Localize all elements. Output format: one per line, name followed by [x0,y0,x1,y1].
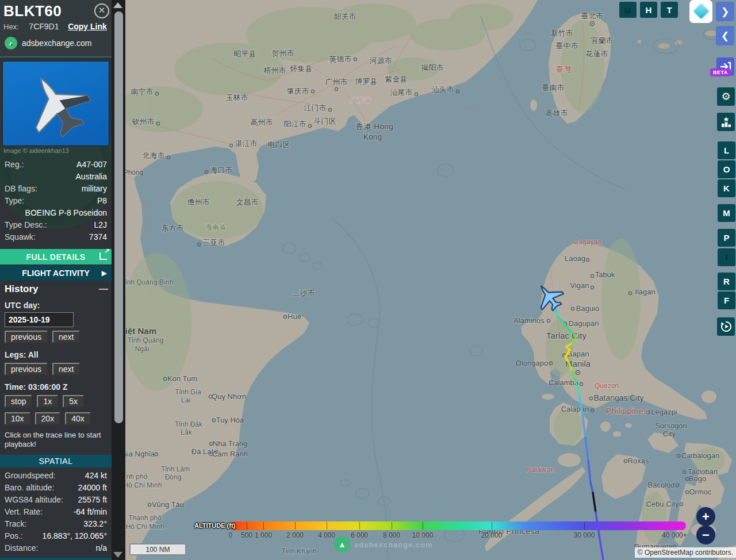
scrollbar-thumb[interactable] [114,11,123,423]
zoom-out-button[interactable]: − [696,526,715,544]
legend-tick-label: 2 000 [286,531,304,539]
legend-tick-label: 8 000 [383,531,400,539]
zoom-in-button[interactable]: + [696,507,715,526]
legend-tick-label: 10 000 [412,531,434,539]
spatial-row-label: Groundspeed: [5,470,56,482]
utc-day-input[interactable] [5,312,74,327]
shortcut-l-button[interactable]: L [718,141,735,159]
speed-10x-button[interactable]: 10x [5,412,30,425]
shortcut-k-button[interactable]: K [718,179,735,197]
map-label: 新竹市 [551,29,573,37]
map-label: Tuy Hòa [216,416,244,424]
osm-attribution[interactable]: © OpenStreetMap contributors. [635,547,736,558]
map-label: 臺北市 [581,11,604,20]
day-previous-button[interactable]: previous [5,331,48,343]
aircraft-photo-plane [2,63,109,146]
map-label: Calapan [561,405,589,413]
hex-value: 7CF9D1 [29,22,59,31]
map-label: Batangas City [593,393,643,402]
flight-activity-button[interactable]: FLIGHT ACTIVITY ▶ [0,266,112,281]
map-label: Sorsogon [655,421,687,430]
shortcut-f-button[interactable]: F [718,291,735,309]
panel-scrollbar[interactable] [112,0,125,560]
altitude-legend-bar[interactable] [230,521,686,530]
map-label: Bacolod [648,481,675,489]
shortcut-r-button[interactable]: R [718,273,735,290]
layers-button[interactable] [689,0,712,23]
speed-stop-button[interactable]: stop [5,395,32,408]
spatial-row-value: 323.2° [83,518,107,530]
map-canvas[interactable]: 韶关市昭平县贺州市英德市河源市揭阳市梧州市怀集县紫金县广州市博罗县汕头市汕尾市肇… [125,0,736,560]
speed-1x-button[interactable]: 1x [37,395,58,408]
legend-tick-label: 40 000+ [662,531,687,539]
capital-dot-center [577,372,578,373]
external-link-icon [99,252,107,260]
toggle-u-button[interactable]: U [619,2,637,18]
map-label: 湛江市 [235,139,258,148]
collapse-icon[interactable]: — [99,284,107,294]
day-next-button[interactable]: next [52,331,80,343]
leg-previous-button[interactable]: previous [5,363,48,375]
spatial-row-value: n/a [96,542,107,554]
map-label: Kong [363,132,382,141]
layers-icon [693,3,710,20]
chevron-left-icon: ❮ [721,30,729,42]
map-label: Tỉnh Đắk [175,420,203,428]
legend-tick [327,522,327,530]
shortcut-i-button[interactable]: I [718,248,735,266]
image-credit: Image © aideenkhan13 [0,146,112,156]
speed-40x-button[interactable]: 40x [65,412,91,425]
scroll-down-icon[interactable] [113,552,122,558]
spatial-row-label: Distance: [5,542,38,554]
map-label: 怀集县 [290,64,313,73]
replay-button[interactable] [717,317,735,336]
adsbexchange-logo-icon [5,37,17,49]
spatial-row-value: 424 kt [85,470,107,482]
map-label: Quezon [595,382,619,390]
leaderboard-button[interactable] [717,113,735,131]
speed-5x-button[interactable]: 5x [63,395,84,408]
hex-row: Hex: 7CF9D1 Copy Link [3,22,108,31]
info-row-value: 7374 [89,231,107,243]
panel-header: BLKT60 ✕ Hex: 7CF9D1 Copy Link adsbexcha… [0,0,112,57]
map-label: Đà Lạt [191,447,214,456]
map-label: 儋州市 [187,198,210,206]
aircraft-photo[interactable] [2,61,109,146]
map-label: 三亚市 [203,238,225,247]
spatial-row-value: -64 ft/min [74,506,107,518]
site-name: adsbexchange.com [22,39,91,48]
legend-tick [492,522,492,530]
spatial-row: Pos.:16.883°, 120.065° [5,530,107,542]
map-label: Cagayan [574,238,601,246]
toggle-h-button[interactable]: H [640,2,657,18]
settings-button[interactable]: ⚙︎ [717,87,735,106]
site-row: adsbexchange.com [5,37,108,49]
leg-next-button[interactable]: next [52,363,80,375]
info-row: BOEING P-8 Poseidon [5,207,107,219]
map-label: Lắk [181,428,192,436]
legend-tick-label: 20 000 [481,531,503,539]
toggle-t-button[interactable]: T [661,2,678,18]
map-label: 斗门区 [313,117,336,125]
map-label: Đồng [165,473,182,481]
shortcut-m-button[interactable]: M [718,204,735,222]
shortcut-p-button[interactable]: P [718,229,735,247]
map-label: 宜蘭市 [591,36,614,45]
beta-badge: BETA [710,68,731,76]
scroll-up-icon[interactable] [113,2,122,8]
map-label: Dagupan [569,319,599,328]
map-label: Ilagan [635,287,655,296]
shortcut-o-button[interactable]: O [718,160,735,178]
copy-link[interactable]: Copy Link [68,22,107,31]
legend-tick [423,522,423,530]
full-details-button[interactable]: FULL DETAILS [0,249,112,264]
sidebar-collapse-button[interactable]: ❮ [716,26,734,45]
map-label: 博罗县 [355,77,378,86]
speed-20x-button[interactable]: 20x [35,412,61,425]
map-label: Laoag [565,254,585,263]
map-label: Vigan [570,281,589,290]
hex-label: Hex: [3,22,19,31]
close-icon[interactable]: ✕ [94,3,109,18]
info-row-value: A47-007 [76,159,107,171]
sidebar-expand-button[interactable]: ❯ [716,2,734,21]
